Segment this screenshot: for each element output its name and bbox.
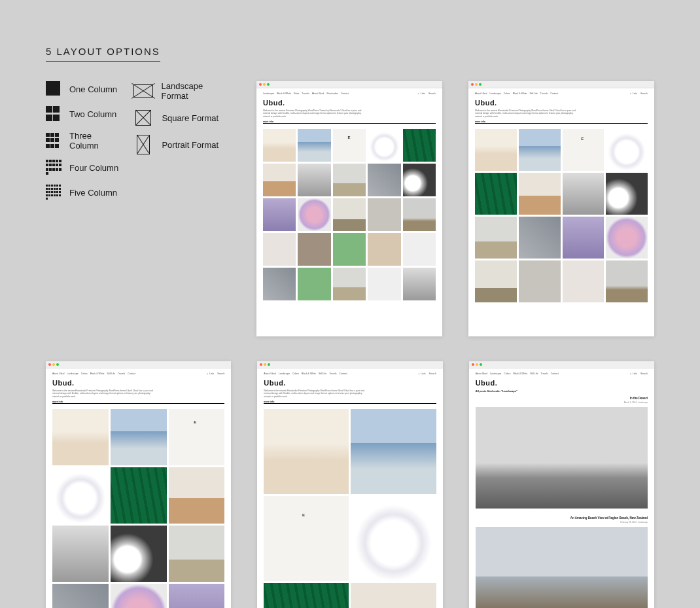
five-column-icon <box>46 185 61 200</box>
preview-intro: Welcome to the newest Elmastudio Premium… <box>264 389 367 399</box>
browser-chrome <box>257 361 442 368</box>
preview-grid <box>475 129 648 336</box>
preview-more-link: more info <box>475 120 648 124</box>
preview-grid <box>263 129 436 336</box>
post-image <box>476 527 648 608</box>
legend-five-column: Five Column <box>46 185 121 200</box>
browser-chrome <box>256 81 442 88</box>
legend-landscape-format: Landscape Format <box>133 81 230 101</box>
legend-label: Four Column <box>69 163 118 173</box>
preview-post: In the Desert March 9, 2014 · Landscape <box>476 397 648 509</box>
post-title: An Amazing Beach View at Raglan Beach, N… <box>570 516 648 520</box>
preview-subheading: All posts filed under "Landscape" <box>476 389 648 393</box>
layout-options-legend: One Column Two Column Three Column Four … <box>46 81 230 336</box>
preview-grid <box>52 409 224 608</box>
preview-two-column: About UbudLandscapeColorsBlack & WhiteSt… <box>257 361 442 608</box>
portrait-format-icon <box>137 135 150 154</box>
preview-intro: Welcome to the newest Elmastudio Premium… <box>475 109 578 118</box>
square-format-icon <box>135 110 151 126</box>
preview-three-column: About UbudLandscapeColorsBlack & WhiteSt… <box>46 361 231 608</box>
browser-chrome <box>468 81 654 88</box>
preview-more-link: more info <box>52 401 224 404</box>
preview-nav: About UbudLandscapeColorsBlack & WhiteSt… <box>475 92 648 95</box>
legend-label: One Column <box>69 84 117 94</box>
legend-four-column: Four Column <box>46 160 121 175</box>
legend-portrait-format: Portrait Format <box>133 135 230 154</box>
post-meta: February 28, 2014 · Landscape <box>620 521 648 524</box>
post-meta: March 9, 2014 · Landscape <box>624 401 648 404</box>
legend-label: Portrait Format <box>162 140 219 150</box>
legend-label: Two Column <box>69 109 116 119</box>
preview-nav: About UbudLandscapeColorsBlack & WhiteSt… <box>264 372 436 375</box>
preview-post-list: In the Desert March 9, 2014 · Landscape … <box>476 397 648 608</box>
legend-square-format: Square Format <box>133 110 230 126</box>
legend-one-column: One Column <box>46 81 121 97</box>
post-title: In the Desert <box>630 397 648 400</box>
legend-label: Five Column <box>69 188 117 198</box>
four-column-icon <box>46 160 61 175</box>
browser-chrome <box>469 361 654 368</box>
post-image <box>476 407 648 509</box>
preview-four-column: About UbudLandscapeColorsBlack & WhiteSt… <box>468 81 654 336</box>
legend-label: Three Column <box>69 131 121 151</box>
preview-brand: Ubud. <box>476 379 648 387</box>
browser-chrome <box>46 361 231 368</box>
two-column-icon <box>46 106 61 122</box>
one-column-icon <box>46 81 61 97</box>
preview-brand: Ubud. <box>264 379 436 387</box>
preview-more-link: more info <box>263 120 436 124</box>
preview-nav: About UbudLandscapeColorsBlack & WhiteSt… <box>476 372 648 375</box>
legend-three-column: Three Column <box>46 131 121 151</box>
preview-brand: Ubud. <box>475 99 648 107</box>
preview-intro: Welcome to the newest Elmastudio Premium… <box>52 389 156 399</box>
preview-post: An Amazing Beach View at Raglan Beach, N… <box>476 516 648 608</box>
preview-brand: Ubud. <box>263 99 436 107</box>
landscape-format-icon <box>133 84 153 98</box>
preview-nav: About UbudLandscapeColorsBlack & WhiteSt… <box>52 372 224 375</box>
preview-intro: Welcome to the newest Premium Photograph… <box>263 109 366 118</box>
preview-more-link: more info <box>264 401 436 404</box>
section-heading: 5 LAYOUT OPTIONS <box>46 46 160 62</box>
preview-grid <box>264 409 436 608</box>
preview-brand: Ubud. <box>52 379 224 387</box>
preview-one-column: About UbudLandscapeColorsBlack & WhiteSt… <box>469 361 654 608</box>
preview-nav: LandscapeBlack & WhiteFilmsTravelsAbout … <box>263 92 436 95</box>
legend-label: Landscape Format <box>162 81 230 101</box>
three-column-icon <box>46 133 61 149</box>
legend-label: Square Format <box>162 113 219 123</box>
legend-two-column: Two Column <box>46 106 121 122</box>
preview-five-column: LandscapeBlack & WhiteFilmsTravelsAbout … <box>256 81 442 336</box>
